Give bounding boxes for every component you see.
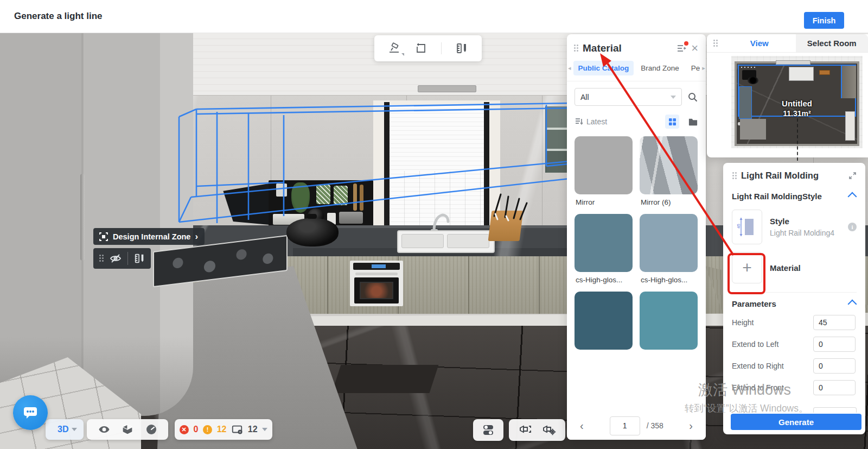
- light-rail-molding-panel: Light Rail Molding Light Rail MoldingSty…: [723, 163, 865, 434]
- material-item[interactable]: [575, 292, 633, 369]
- drag-handle-icon[interactable]: [713, 39, 718, 48]
- tab-scroll-left-icon[interactable]: ◂: [568, 65, 571, 72]
- material-item[interactable]: cs-High-glos...: [575, 214, 633, 292]
- camera-frame-icon[interactable]: [518, 423, 532, 437]
- parameters-grid: Height Extend to Left Extend to Right Ex…: [732, 315, 857, 395]
- knives: [484, 191, 530, 222]
- view-mode-label: 3D: [58, 425, 68, 434]
- ruler-annotate-icon[interactable]: [455, 42, 468, 55]
- param-extend-left-input[interactable]: [813, 337, 856, 352]
- warning-icon: !: [203, 425, 212, 434]
- material-thumb[interactable]: [575, 292, 633, 350]
- tab-public-catalog[interactable]: Public Catalog: [573, 61, 634, 75]
- generate-button[interactable]: Generate: [731, 414, 861, 430]
- cube-icon[interactable]: [121, 423, 134, 436]
- material-thumb[interactable]: [640, 292, 698, 350]
- toggles-button[interactable]: [473, 419, 503, 441]
- page-next-icon[interactable]: ›: [689, 420, 693, 432]
- top-bar: Generate a light line: [0, 0, 868, 33]
- material-item[interactable]: cs-High-glos...: [640, 214, 698, 292]
- material-item[interactable]: Mirror: [575, 136, 633, 214]
- view-mode-dropdown[interactable]: 3D: [46, 419, 84, 440]
- material-item[interactable]: Mirror (6): [640, 136, 698, 214]
- floor-mat: [332, 365, 439, 393]
- material-panel-title: Material: [583, 42, 672, 54]
- camera-gear-icon[interactable]: [542, 423, 556, 437]
- info-icon[interactable]: i: [848, 223, 857, 231]
- folder-view-icon[interactable]: [688, 117, 698, 127]
- chevron-down-icon: [671, 96, 676, 99]
- material-thumb[interactable]: [575, 136, 633, 194]
- param-height-input[interactable]: [813, 315, 856, 330]
- ruler-pen-icon[interactable]: [133, 252, 145, 264]
- filter-icon[interactable]: [676, 43, 687, 54]
- tab-brand-zone[interactable]: Brand Zone: [636, 61, 684, 75]
- material-item[interactable]: [640, 292, 698, 369]
- expand-icon[interactable]: [848, 172, 857, 180]
- category-select-value: All: [580, 93, 589, 102]
- lrm-panel-title: Light Rail Molding: [741, 170, 844, 181]
- viewport-toolbar: [374, 35, 482, 61]
- tab-view[interactable]: View: [723, 34, 796, 52]
- faucet: [422, 200, 455, 233]
- material-row: + Material: [732, 252, 857, 283]
- display-icon: [231, 423, 243, 435]
- toolbar-divider: [441, 42, 442, 54]
- material-grid: Mirror Mirror (6) cs-High-glos... cs-Hig…: [567, 133, 706, 369]
- floor-plan-room: Untitled 11.31m²: [735, 61, 859, 146]
- chevron-down-icon: [72, 428, 77, 431]
- param-partial-input: [813, 407, 857, 413]
- chevron-up-icon[interactable]: [848, 192, 857, 201]
- page-input[interactable]: [610, 416, 640, 435]
- design-internal-zone-label[interactable]: Design Internal Zone ›: [93, 228, 205, 245]
- view-options-toolbar: [87, 419, 168, 440]
- floor-plan-thumbnail[interactable]: Untitled 11.31m²: [731, 56, 863, 148]
- sort-label[interactable]: Latest: [586, 117, 607, 126]
- chevron-right-icon: ›: [195, 231, 198, 242]
- tab-scroll-right-icon[interactable]: ▸: [702, 65, 705, 72]
- tab-select-room[interactable]: Select Room: [796, 34, 868, 52]
- material-item-label: Mirror (6): [641, 198, 698, 207]
- param-label: Height: [732, 318, 813, 327]
- search-icon[interactable]: [687, 92, 698, 103]
- paint-apply-icon[interactable]: [388, 42, 401, 55]
- toggles-icon: [481, 423, 495, 437]
- grid-view-icon[interactable]: [665, 115, 679, 129]
- fridge: [0, 33, 193, 416]
- param-extend-front-input[interactable]: [813, 380, 856, 395]
- material-thumb[interactable]: [640, 214, 698, 272]
- issues-toolbar[interactable]: ✕ 0 ! 12 12: [175, 419, 272, 440]
- zone-label-text: Design Internal Zone: [113, 232, 190, 241]
- param-extend-right-input[interactable]: [813, 358, 856, 374]
- zone-icon: [99, 232, 108, 242]
- style-label: Style: [770, 217, 840, 226]
- material-thumb[interactable]: [575, 214, 633, 272]
- drag-handle-icon[interactable]: [99, 254, 104, 263]
- finish-button[interactable]: Finish: [804, 12, 844, 29]
- chevron-down-icon[interactable]: [262, 428, 267, 431]
- eye-off-icon[interactable]: [109, 252, 122, 265]
- tab-personal[interactable]: Pe: [686, 61, 700, 75]
- drag-handle-icon[interactable]: [573, 44, 578, 53]
- oven: [350, 261, 403, 306]
- eye-icon[interactable]: [98, 423, 111, 436]
- chat-button[interactable]: [13, 395, 48, 430]
- drag-handle-icon[interactable]: [732, 172, 737, 180]
- chevron-up-icon[interactable]: [848, 299, 857, 308]
- add-material-button[interactable]: +: [732, 252, 762, 283]
- material-item-label: Mirror: [576, 198, 633, 207]
- close-icon[interactable]: ×: [691, 44, 698, 53]
- material-label: Material: [770, 263, 801, 273]
- page-prev-icon[interactable]: ‹: [580, 420, 584, 432]
- style-row[interactable]: 45 Style Light Rail Molding4 i: [732, 210, 857, 244]
- chat-icon: [21, 403, 40, 422]
- room-area: 11.31m²: [737, 109, 857, 118]
- gauge-icon[interactable]: [145, 423, 158, 436]
- style-thumbnail[interactable]: 45: [732, 210, 762, 244]
- material-thumb[interactable]: [640, 136, 698, 194]
- category-select[interactable]: All: [575, 88, 682, 106]
- add-frame-icon[interactable]: [414, 42, 427, 55]
- page-title: Generate a light line: [14, 11, 103, 22]
- material-item-label: [576, 353, 633, 362]
- window-post-left: [384, 102, 390, 236]
